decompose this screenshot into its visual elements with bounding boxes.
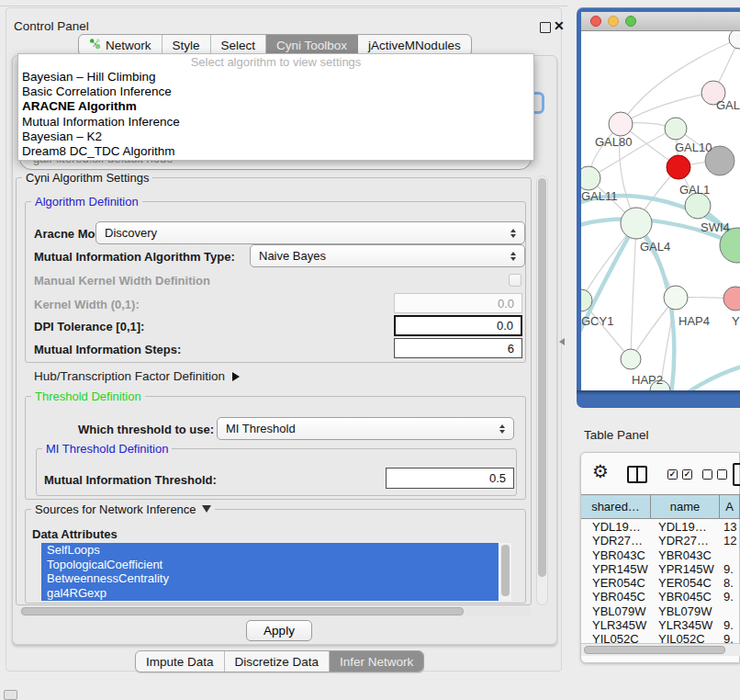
table-cell: 12 xyxy=(720,534,740,548)
table-cell xyxy=(720,604,740,618)
table-cell: YIL052C xyxy=(581,632,651,643)
table-cell: YPR145W xyxy=(651,562,720,576)
network-node-label: GCY1 xyxy=(581,314,613,328)
splitter-collapse-icon[interactable] xyxy=(559,338,565,345)
attr-list-scrollbar[interactable] xyxy=(499,543,511,601)
settings-horizontal-scrollbar-thumb[interactable] xyxy=(21,607,464,615)
manual-kernel-width-checkbox[interactable] xyxy=(509,274,521,287)
mi-algorithm-type-value: Naive Bayes xyxy=(259,249,326,263)
sources-group-title[interactable]: Sources for Network Inference xyxy=(31,502,215,516)
network-node-y[interactable] xyxy=(723,287,740,310)
settings-vertical-scrollbar[interactable] xyxy=(536,175,548,605)
dpi-tolerance-label: DPI Tolerance [0,1]: xyxy=(34,320,144,333)
tab-cyni-toolbox[interactable]: Cyni Toolbox xyxy=(266,35,358,55)
deselect-all-icon[interactable] xyxy=(702,469,712,480)
table-row[interactable]: YDR27…YDR27…12 xyxy=(581,534,740,548)
network-node-label: GAL10 xyxy=(675,141,712,154)
attr-list-scrollbar-thumb[interactable] xyxy=(501,545,510,596)
dpi-tolerance-field[interactable] xyxy=(394,315,522,336)
bottom-tab-discretize-data[interactable]: Discretize Data xyxy=(225,651,331,672)
network-canvas[interactable]: GALGAL80GAL10GAL1GAL11SWI4GAL4GCY1HAP4YH… xyxy=(581,31,740,390)
bottom-tab-discretize-data-label: Discretize Data xyxy=(235,655,320,669)
network-edge xyxy=(631,223,636,359)
attr-item-betweennesscentrality[interactable]: BetweennessCentrality xyxy=(41,571,499,586)
table-cell: YBR045C xyxy=(581,590,651,604)
tab-style[interactable]: Style xyxy=(163,35,211,55)
algorithm-option-mutual-information-inference[interactable]: Mutual Information Inference xyxy=(18,115,533,130)
attr-item-topologicalcoefficient[interactable]: TopologicalCoefficient xyxy=(41,558,499,572)
column-header-name[interactable]: name xyxy=(651,495,720,518)
attr-item-selfloops[interactable]: SelfLoops xyxy=(41,543,499,558)
tab-jactivemnodules[interactable]: jActiveMNodules xyxy=(358,35,471,55)
algorithm-option-dream8-dc-tdc-algorithm[interactable]: Dream8 DC_TDC Algorithm xyxy=(18,144,533,159)
table-row[interactable]: YER054CYER054C8. xyxy=(581,576,740,590)
control-panel-title: Control Panel xyxy=(14,19,89,33)
close-icon[interactable]: ✕ xyxy=(554,18,565,33)
table-row[interactable]: YBL079WYBL079W xyxy=(581,604,740,618)
export-table-icon[interactable] xyxy=(733,463,740,486)
algorithm-option-basic-correlation-inference[interactable]: Basic Correlation Inference xyxy=(18,85,533,99)
select-all-check-icon[interactable]: ✓ xyxy=(667,469,678,480)
table-row[interactable]: YDL19…YDL19…13 xyxy=(581,520,740,534)
select-all-check-icon[interactable]: ✓ xyxy=(682,469,692,480)
settings-horizontal-scrollbar[interactable] xyxy=(19,606,532,616)
column-header-a[interactable]: A xyxy=(720,495,740,518)
settings-vertical-scrollbar-thumb[interactable] xyxy=(538,178,546,577)
algorithm-option-bayesian-hill-climbing[interactable]: Bayesian – Hill Climbing xyxy=(18,70,533,85)
network-node-label: GAL4 xyxy=(640,240,670,254)
mac-close-icon[interactable] xyxy=(590,16,601,27)
table-cell: YBR043C xyxy=(651,548,720,562)
bottom-tab-infer-network[interactable]: Infer Network xyxy=(330,651,423,672)
apply-button[interactable]: Apply xyxy=(246,620,312,641)
tab-select[interactable]: Select xyxy=(211,35,267,55)
table-row[interactable]: YPR145WYPR145W9. xyxy=(581,562,740,576)
hub-tf-definition-section[interactable]: Hub/Transcription Factor Definition xyxy=(34,369,240,383)
kernel-width-label: Kernel Width (0,1): xyxy=(34,298,140,311)
table-cell: 9. xyxy=(720,562,740,576)
table-body: YDL19…YDL19…13YDR27…YDR27…12YBR043CYBR04… xyxy=(581,520,740,643)
bottom-tab-impute-data[interactable]: Impute Data xyxy=(136,651,225,672)
table-row[interactable]: YBR045CYBR045C9. xyxy=(581,590,740,604)
collapsed-panel-button[interactable] xyxy=(4,690,17,700)
float-window-icon[interactable] xyxy=(540,22,551,33)
table-row[interactable]: YIL052CYIL052C9. xyxy=(581,632,740,643)
network-node-hap2[interactable] xyxy=(621,349,641,369)
deselect-all-icon[interactable] xyxy=(717,469,727,480)
network-node-hap4[interactable] xyxy=(664,286,688,310)
network-node-gal4[interactable] xyxy=(621,208,652,239)
mi-steps-label: Mutual Information Steps: xyxy=(34,343,181,356)
algorithm-option-aracne-algorithm[interactable]: ARACNE Algorithm xyxy=(18,99,533,114)
table-header-row: shared…nameA xyxy=(581,494,740,519)
kernel-width-field[interactable] xyxy=(394,293,522,313)
split-columns-icon[interactable] xyxy=(627,466,647,483)
table-horizontal-scrollbar[interactable] xyxy=(581,643,740,656)
which-threshold-combo[interactable]: MI Threshold xyxy=(217,417,514,440)
tab-network[interactable]: Network xyxy=(79,35,163,55)
network-node-gal10[interactable] xyxy=(665,118,687,140)
network-node-gal1[interactable] xyxy=(667,155,690,179)
network-window-titlebar[interactable] xyxy=(581,12,740,31)
table-cell: 9. xyxy=(720,590,740,604)
data-attributes-list[interactable]: SelfLoopsTopologicalCoefficientBetweenne… xyxy=(41,543,511,601)
mac-zoom-icon[interactable] xyxy=(625,16,636,27)
mi-threshold-field[interactable] xyxy=(386,468,514,489)
network-node-swi4[interactable] xyxy=(685,193,711,219)
table-row[interactable]: YLR345WYLR345W9. xyxy=(581,618,740,632)
aracne-mode-combo[interactable]: Discovery xyxy=(95,221,525,244)
attr-item-gal4rgexp[interactable]: gal4RGexp xyxy=(41,586,499,601)
mac-minimize-icon[interactable] xyxy=(608,16,619,27)
network-node-gal80[interactable] xyxy=(609,112,633,136)
table-cell: YBR043C xyxy=(581,548,651,562)
network-node-gal11[interactable] xyxy=(581,166,600,190)
expand-down-icon xyxy=(202,505,211,513)
table-cell: YLR345W xyxy=(651,618,720,632)
algorithm-option-bayesian-k2[interactable]: Bayesian – K2 xyxy=(18,130,533,144)
mi-algorithm-type-combo[interactable]: Naive Bayes xyxy=(250,244,525,267)
table-horizontal-scrollbar-thumb[interactable] xyxy=(584,646,725,654)
table-row[interactable]: YBR043CYBR043C xyxy=(581,548,740,562)
gear-icon[interactable]: ⚙ xyxy=(592,462,609,480)
column-header-shared[interactable]: shared… xyxy=(581,495,651,518)
mi-steps-field[interactable] xyxy=(394,338,522,358)
network-node[interactable] xyxy=(729,31,740,49)
network-node-label: HAP4 xyxy=(678,314,710,328)
